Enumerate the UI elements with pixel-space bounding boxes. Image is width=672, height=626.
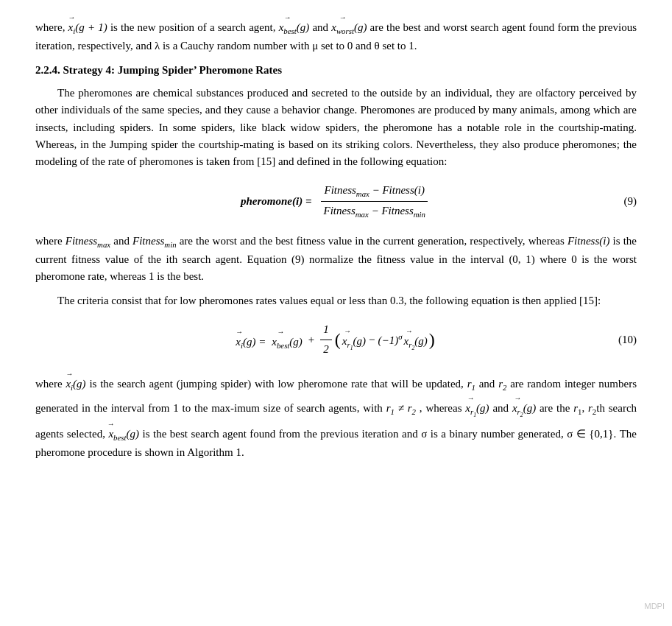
eq10-half: 1 2 xyxy=(320,321,332,358)
eq10-big-paren: ( xyxy=(335,331,341,348)
fitness-i: Fitness(i) xyxy=(567,235,610,247)
xi-formula: xi(g + 1) xyxy=(68,21,110,33)
eq9-numerator: Fitnessmax − Fitness(i) xyxy=(321,182,427,202)
and-fitness: and xyxy=(113,235,132,247)
eq10-row: xi(g) = xbest(g) + 1 2 ( xr1(g) − (−1)σ … xyxy=(35,321,637,358)
paragraph-1: The pheromones are chemical substances p… xyxy=(35,85,637,170)
eq9-lhs: pheromone(i) = xyxy=(241,193,311,210)
eq10-xbest: xbest(g) xyxy=(272,328,303,352)
watermark: MDPI xyxy=(645,600,665,613)
r2-final: r2 xyxy=(498,378,506,390)
r1-final: r1 xyxy=(467,378,475,390)
fitness-rest1: are the worst and the best fitness value… xyxy=(180,235,567,247)
eq10-lhs: xi(g) = xyxy=(236,328,266,352)
where-fitness: where xyxy=(35,235,66,247)
fitness-min: Fitnessmin xyxy=(132,235,177,247)
where-text: where, xyxy=(35,21,68,33)
equation-10: xi(g) = xbest(g) + 1 2 ( xr1(g) − (−1)σ … xyxy=(35,321,637,358)
final-and2: and xyxy=(492,402,512,414)
r1-neq-r2: r1 ≠ r2 xyxy=(386,402,416,414)
xi-g-final: xi(g) xyxy=(66,378,89,390)
xbest-final: xbest(g) xyxy=(108,428,142,440)
fitness-max: Fitnessmax xyxy=(66,235,110,247)
xbest-formula: xbest(g) xyxy=(279,21,313,33)
paragraph-3: The criteria consist that for low pherom… xyxy=(35,292,637,309)
eq10-xr1: xr1(g) xyxy=(342,327,366,353)
final-rest1: is the search agent (jumping spider) wit… xyxy=(89,378,467,390)
eq9-fraction: Fitnessmax − Fitness(i) Fitnessmax − Fit… xyxy=(320,182,428,220)
paragraph-final: where xi(g) is the search agent (jumping… xyxy=(35,370,637,461)
eq10-number: (10) xyxy=(618,331,637,348)
section-heading: 2.2.4. Strategy 4: Jumping Spider’ Phero… xyxy=(35,62,637,79)
xworst-formula: xworst(g) xyxy=(331,21,369,33)
eq10-xr2: xr2(g) xyxy=(404,327,428,353)
eq10-minus: − xyxy=(369,331,375,348)
eq10-big-paren-close: ) xyxy=(429,331,435,348)
equation-9: pheromone(i) = Fitnessmax − Fitness(i) F… xyxy=(35,182,637,220)
eq9-row: pheromone(i) = Fitnessmax − Fitness(i) F… xyxy=(35,182,637,220)
and-text: and xyxy=(312,21,331,33)
intro-paragraph: where, xi(g + 1) is the new position of … xyxy=(35,13,637,54)
eq9-number: (9) xyxy=(624,193,637,210)
intro-rest: is the new position of a search agent, xyxy=(110,21,279,33)
eq10-half-den: 2 xyxy=(320,340,332,358)
eq10-plus: + xyxy=(308,331,314,348)
eq9-denominator: Fitnessmax − Fitnessmin xyxy=(320,202,428,221)
paragraph-fitness: where Fitnessmax and Fitnessmin are the … xyxy=(35,233,637,285)
xr1-final: xr1(g) xyxy=(465,402,492,414)
where-final: where xyxy=(35,378,66,390)
xr2-final: xr2(g) xyxy=(512,402,540,414)
final-rest3: , whereas xyxy=(420,402,466,414)
eq10-neg1: (−1)σ xyxy=(378,331,403,349)
eq10-half-num: 1 xyxy=(320,321,332,340)
final-and: and xyxy=(479,378,498,390)
